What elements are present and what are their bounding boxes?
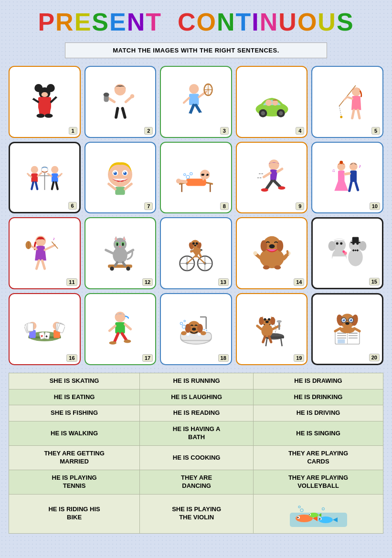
card-2-svg <box>100 82 140 122</box>
svg-point-180 <box>340 242 342 245</box>
svg-line-58 <box>32 182 33 189</box>
sentence-2-1[interactable]: HE IS EATING <box>9 389 140 405</box>
svg-rect-261 <box>338 339 345 344</box>
svg-point-291 <box>322 507 324 510</box>
svg-point-233 <box>184 320 185 322</box>
svg-point-159 <box>196 242 198 245</box>
card-18: 18 <box>160 293 232 365</box>
svg-point-242 <box>270 317 275 325</box>
sentence-3-3[interactable]: HE IS DRIVING <box>254 405 383 421</box>
svg-point-280 <box>297 516 298 518</box>
svg-point-124 <box>127 267 131 271</box>
card-9-number: 9 <box>296 202 304 210</box>
svg-line-59 <box>36 182 37 189</box>
svg-point-172 <box>253 251 257 255</box>
card-15: 15 <box>311 217 383 289</box>
card-17-number: 17 <box>142 354 153 362</box>
card-7-number: 7 <box>144 202 153 210</box>
sentence-7-2[interactable]: SHE IS PLAYINGTHE VIOLIN <box>140 494 254 533</box>
card-19-svg <box>252 309 292 349</box>
sentence-1-3[interactable]: HE IS DRAWING <box>254 373 383 389</box>
card-2: 2 <box>85 66 157 138</box>
card-17-svg <box>100 309 140 349</box>
svg-line-108 <box>350 182 351 191</box>
svg-line-162 <box>191 251 193 252</box>
svg-point-245 <box>265 320 268 323</box>
svg-line-237 <box>281 338 282 346</box>
svg-point-226 <box>185 324 191 333</box>
card-4: 4 <box>236 66 308 138</box>
svg-rect-77 <box>116 187 125 195</box>
svg-point-135 <box>119 246 121 247</box>
sentence-3-2[interactable]: HE IS READING <box>140 405 254 421</box>
card-11-number: 11 <box>66 278 77 286</box>
svg-line-22 <box>116 108 117 117</box>
sentence-7-1[interactable]: HE IS RIDING HISBIKE <box>9 494 140 533</box>
sentence-2-3[interactable]: HE IS DRINKING <box>254 389 383 405</box>
card-11-svg: ♪ <box>24 233 65 274</box>
svg-point-192 <box>342 251 345 253</box>
svg-text:♪: ♪ <box>53 237 55 242</box>
svg-line-236 <box>265 338 267 346</box>
sentence-6-1[interactable]: HE IS PLAYINGTENNIS <box>9 470 140 494</box>
svg-point-13 <box>55 93 60 97</box>
svg-line-212 <box>125 324 131 329</box>
sentence-2-2[interactable]: HE IS LAUGHING <box>140 389 254 405</box>
svg-text:♠: ♠ <box>45 333 48 338</box>
sentence-4-1[interactable]: HE IS WALKING <box>9 421 140 446</box>
card-7: 7 <box>85 142 157 214</box>
sentence-table: SHE IS SKATING HE IS RUNNING HE IS DRAWI… <box>9 373 383 534</box>
svg-point-90 <box>186 175 190 179</box>
sentence-6-3[interactable]: THEY ARE PLAYINGVOLLEYBALL <box>254 470 383 494</box>
svg-point-209 <box>115 312 126 322</box>
svg-point-47 <box>352 87 361 96</box>
sentence-row-5: THEY ARE GETTINGMARRIED HE IS COOKING TH… <box>9 446 383 470</box>
svg-rect-248 <box>278 322 280 330</box>
svg-line-120 <box>42 261 44 269</box>
sentence-4-3[interactable]: HE IS SINGING <box>254 421 383 446</box>
svg-point-42 <box>265 99 272 106</box>
card-17: 17 <box>85 293 157 365</box>
svg-point-284 <box>319 518 320 519</box>
svg-line-211 <box>110 326 116 331</box>
card-3: 3 <box>160 66 232 138</box>
sentence-row-7: HE IS RIDING HISBIKE SHE IS PLAYINGTHE V… <box>9 494 383 533</box>
sentence-6-2[interactable]: THEY AREDANCING <box>140 470 254 494</box>
sentence-4-2[interactable]: HE IS HAVING ABATH <box>140 421 254 446</box>
svg-point-133 <box>117 243 118 246</box>
svg-line-251 <box>263 337 265 342</box>
sentence-5-2[interactable]: HE IS COOKING <box>140 446 254 470</box>
svg-point-103 <box>340 160 343 164</box>
svg-line-56 <box>28 174 32 177</box>
svg-point-178 <box>328 241 336 251</box>
svg-point-1 <box>34 84 42 92</box>
svg-point-272 <box>345 322 350 325</box>
svg-line-213 <box>115 334 118 342</box>
sentence-1-1[interactable]: SHE IS SKATING <box>9 373 140 389</box>
card-12-number: 12 <box>142 278 153 286</box>
card-5-svg <box>327 82 368 122</box>
card-6: 6 <box>9 142 81 214</box>
sentence-1-2[interactable]: HE IS RUNNING <box>140 373 254 389</box>
svg-rect-5 <box>38 97 51 105</box>
svg-rect-61 <box>52 173 58 182</box>
sentence-5-3[interactable]: THEY ARE PLAYINGCARDS <box>254 446 383 470</box>
svg-line-138 <box>116 263 117 265</box>
svg-point-88 <box>176 179 181 183</box>
svg-line-94 <box>264 173 270 177</box>
card-1: 1 <box>9 66 81 138</box>
sentence-5-1[interactable]: THEY ARE GETTINGMARRIED <box>9 446 140 470</box>
card-19-number: 19 <box>294 354 304 362</box>
svg-point-3 <box>41 92 48 97</box>
card-6-svg <box>24 158 65 198</box>
svg-point-230 <box>201 331 206 336</box>
svg-line-51 <box>358 110 360 118</box>
svg-point-190 <box>355 250 356 251</box>
svg-line-49 <box>344 97 348 100</box>
svg-line-136 <box>106 250 113 253</box>
svg-point-216 <box>124 339 131 343</box>
svg-point-275 <box>340 326 355 333</box>
svg-point-241 <box>259 317 264 325</box>
sentence-3-1[interactable]: SHE IS FISHING <box>9 405 140 421</box>
card-16: ♥ ♠ 16 <box>9 293 81 365</box>
